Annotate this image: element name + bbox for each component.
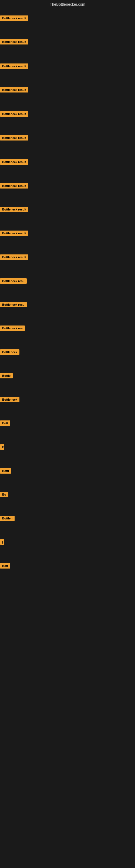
site-title: TheBottlenecker.com	[0, 0, 135, 9]
bottleneck-badge-3: Bottleneck result	[0, 87, 28, 93]
bottleneck-badge-15: Bottle	[0, 373, 13, 378]
badge-wrapper-17: Bott	[0, 421, 10, 427]
badge-wrapper-15: Bottle	[0, 373, 13, 379]
bottleneck-badge-0: Bottleneck result	[0, 16, 28, 21]
badge-wrapper-16: Bottleneck	[0, 397, 19, 403]
bottleneck-badge-8: Bottleneck result	[0, 207, 28, 212]
badge-wrapper-7: Bottleneck result	[0, 183, 28, 190]
badge-wrapper-19: Bottl	[0, 468, 11, 475]
badge-wrapper-22: |	[0, 539, 3, 546]
badge-wrapper-9: Bottleneck result	[0, 230, 28, 237]
badge-wrapper-0: Bottleneck result	[0, 16, 28, 22]
bottleneck-badge-1: Bottleneck result	[0, 39, 28, 44]
bottleneck-badge-13: Bottleneck res	[0, 326, 25, 331]
bottleneck-badge-6: Bottleneck result	[0, 159, 28, 165]
badge-wrapper-2: Bottleneck result	[0, 63, 28, 70]
bottleneck-badge-12: Bottleneck resu	[0, 302, 27, 307]
bottleneck-badge-22: |	[0, 539, 4, 545]
bottleneck-badge-11: Bottleneck resu	[0, 278, 27, 284]
bottleneck-badge-10: Bottleneck result	[0, 254, 28, 260]
badge-wrapper-23: Bott	[0, 563, 10, 569]
badge-wrapper-21: Bottlen	[0, 516, 14, 522]
bottleneck-badge-21: Bottlen	[0, 516, 14, 521]
bottleneck-badge-9: Bottleneck result	[0, 230, 28, 236]
bottleneck-badge-2: Bottleneck result	[0, 63, 28, 69]
bottleneck-badge-14: Bottleneck	[0, 349, 19, 355]
bottleneck-badge-19: Bottl	[0, 468, 11, 474]
bottleneck-badge-20: Bo	[0, 492, 8, 497]
badge-wrapper-5: Bottleneck result	[0, 135, 28, 142]
badge-wrapper-14: Bottleneck	[0, 349, 19, 356]
bottleneck-badge-17: Bott	[0, 421, 10, 426]
badge-wrapper-10: Bottleneck result	[0, 254, 28, 261]
badge-wrapper-3: Bottleneck result	[0, 87, 28, 94]
bottleneck-badge-4: Bottleneck result	[0, 111, 28, 117]
badge-wrapper-20: Bo	[0, 492, 8, 498]
badge-wrapper-12: Bottleneck resu	[0, 302, 27, 308]
bottleneck-badge-18: B	[0, 444, 4, 450]
badge-wrapper-11: Bottleneck resu	[0, 278, 27, 285]
bottleneck-badge-7: Bottleneck result	[0, 183, 28, 188]
badge-wrapper-6: Bottleneck result	[0, 159, 28, 166]
badge-wrapper-4: Bottleneck result	[0, 111, 28, 118]
bottleneck-badge-16: Bottleneck	[0, 397, 19, 402]
bottleneck-badge-23: Bott	[0, 563, 10, 568]
bottleneck-badge-5: Bottleneck result	[0, 135, 28, 141]
badge-wrapper-1: Bottleneck result	[0, 39, 28, 45]
badge-wrapper-18: B	[0, 444, 4, 451]
badge-wrapper-13: Bottleneck res	[0, 326, 25, 332]
badge-wrapper-8: Bottleneck result	[0, 207, 28, 213]
